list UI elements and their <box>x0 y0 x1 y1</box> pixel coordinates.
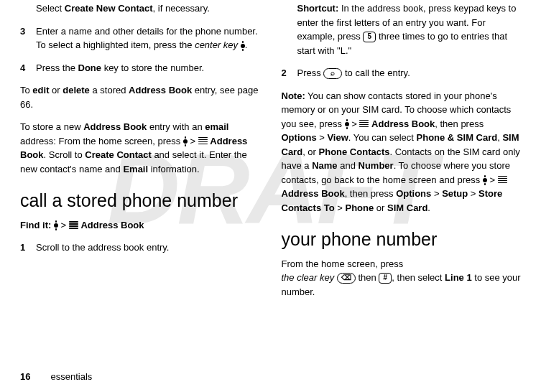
text: Press <box>297 67 324 78</box>
text: address: From the home screen, press <box>20 136 183 146</box>
text: , then press <box>345 188 397 199</box>
address-book-label: Address Book <box>83 121 147 132</box>
page-number: 16 <box>20 371 30 382</box>
text: . Scroll to <box>44 149 85 160</box>
key-hash-icon: # <box>379 273 392 284</box>
text: Select <box>36 3 65 14</box>
center-key-icon <box>483 178 487 182</box>
select-create-line: Select Create New Contact, if necessary. <box>36 1 260 16</box>
step-4: 4 Press the Done key to store the number… <box>20 61 260 75</box>
text: , if necessary. <box>153 3 210 14</box>
text: , then press <box>435 118 484 129</box>
store-email-para: To store a new Address Book entry with a… <box>20 120 260 176</box>
text: To <box>20 85 32 95</box>
center-key-icon <box>183 139 188 144</box>
center-key-label: center key <box>195 39 238 50</box>
menu-icon <box>69 220 78 230</box>
address-book-label: Address Book <box>80 220 144 230</box>
text: to call the entry. <box>342 67 410 78</box>
text: > <box>468 188 478 199</box>
name-label: Name <box>312 160 337 171</box>
setup-label: Setup <box>442 188 468 199</box>
step-number: 4 <box>20 61 36 75</box>
menu-icon <box>498 174 507 185</box>
shortcut-label: Shortcut: <box>297 3 339 14</box>
email-label: email <box>205 121 228 132</box>
text: > <box>58 220 69 230</box>
text: and <box>338 160 359 171</box>
text: or <box>49 85 63 95</box>
address-book-label: Address Book <box>129 85 192 95</box>
delete-label: delete <box>63 85 90 95</box>
note-label: Note: <box>282 90 305 101</box>
key-5-icon: 5 <box>363 32 376 42</box>
done-label: Done <box>78 62 102 73</box>
find-it-line: Find it: > Address Book <box>20 218 260 233</box>
your-phone-number-heading: your phone number <box>282 229 522 250</box>
page-footer: 16essentials <box>20 370 92 384</box>
section-label: essentials <box>50 371 92 382</box>
text: a stored <box>90 85 129 95</box>
menu-icon <box>198 136 208 146</box>
text: then <box>356 272 379 283</box>
find-it-label: Find it: <box>20 220 51 230</box>
email-field-label: Email <box>123 164 148 174</box>
text: > <box>431 188 442 199</box>
text: key to store the number. <box>101 62 204 73</box>
step-body: Press the Done key to store the number. <box>36 61 260 75</box>
call-stored-heading: call a stored phone number <box>20 190 260 211</box>
create-new-contact-label: Create New Contact <box>65 3 153 14</box>
right-column: Shortcut: In the address book, press key… <box>282 1 522 307</box>
page-container: Select Create New Contact, if necessary.… <box>0 0 541 314</box>
text: From the home screen, press <box>282 258 404 269</box>
left-column: Select Create New Contact, if necessary.… <box>20 1 260 307</box>
text: > <box>188 136 198 146</box>
sim-card-label: SIM Card <box>387 202 427 213</box>
note-para: Note: You can show contacts stored in yo… <box>282 89 522 215</box>
text: or <box>374 202 387 213</box>
phone-contacts-label: Phone Contacts <box>319 146 390 157</box>
text: . You can select <box>348 132 417 143</box>
text: . <box>427 202 430 213</box>
center-key-icon <box>345 122 349 126</box>
text: , then select <box>392 272 445 283</box>
shortcut-para: Shortcut: In the address book, press key… <box>297 1 522 57</box>
step-body: Scroll to the address book entry. <box>36 241 260 255</box>
step-number: 3 <box>20 24 36 52</box>
options-label: Options <box>396 188 431 199</box>
number-label: Number <box>359 160 394 171</box>
step-1: 1 Scroll to the address book entry. <box>20 241 260 255</box>
address-book-label: Address Book <box>371 118 435 129</box>
text: To store a new <box>20 121 83 132</box>
text: , or <box>302 146 318 157</box>
phone-label: Phone <box>345 202 374 213</box>
phone-sim-label: Phone & SIM Card <box>417 132 498 143</box>
your-number-para: From the home screen, press the clear ke… <box>282 257 522 299</box>
text: > <box>335 202 346 213</box>
send-key-icon: ⌕ <box>323 68 342 79</box>
step-body: Enter a name and other details for the p… <box>36 24 260 52</box>
address-book-label: Address Book <box>282 188 345 199</box>
create-contact-label: Create Contact <box>85 149 151 160</box>
text: entry with an <box>147 121 205 132</box>
menu-icon <box>359 118 369 129</box>
edit-label: edit <box>32 85 49 95</box>
step-body: Press ⌕ to call the entry. <box>297 66 522 80</box>
text: > <box>487 174 498 185</box>
line-1-label: Line 1 <box>445 272 472 283</box>
step-2: 2 Press ⌕ to call the entry. <box>282 66 522 80</box>
text: information. <box>148 164 200 174</box>
center-key-icon <box>241 44 245 48</box>
step-3: 3 Enter a name and other details for the… <box>20 24 260 52</box>
text: > <box>349 118 360 129</box>
text: > <box>317 132 328 143</box>
text: Press the <box>36 62 78 73</box>
clear-key-icon: ⌫ <box>337 273 356 284</box>
edit-delete-para: To edit or delete a stored Address Book … <box>20 83 260 111</box>
clear-key-label: the clear key <box>282 272 335 283</box>
options-label: Options <box>282 132 317 143</box>
step-number: 2 <box>282 66 297 80</box>
view-label: View <box>327 132 348 143</box>
text: . <box>245 39 248 50</box>
step-number: 1 <box>20 241 36 255</box>
